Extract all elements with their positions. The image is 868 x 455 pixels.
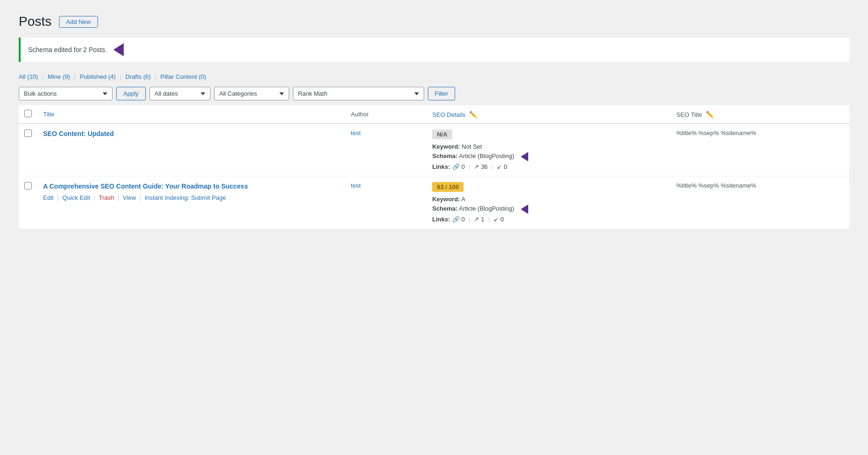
add-new-button[interactable]: Add New (59, 16, 98, 28)
row1-internal-link-icon: 🔗 (452, 163, 460, 170)
row2-schema-row: Schema: Article (BlogPosting) (432, 205, 665, 214)
row1-schema-row: Schema: Article (BlogPosting) (432, 152, 665, 161)
row2-backlink-icon: ↙ (494, 216, 499, 223)
row2-trash-link[interactable]: Trash (99, 194, 114, 201)
notice-text: Schema edited for 2 Posts. (28, 46, 107, 53)
row2-seo-title-cell: %title% %sep% %sitename% (671, 176, 849, 229)
row2-author-cell: test (345, 176, 427, 229)
filter-link-published[interactable]: Published (4) (80, 73, 116, 80)
posts-table: Title Author SEO Details ✏️ SEO Title ✏️… (19, 105, 849, 229)
row1-checkbox[interactable] (24, 129, 32, 137)
row1-author-link[interactable]: test (351, 129, 361, 136)
filter-link-mine[interactable]: Mine (9) (48, 73, 70, 80)
row2-seo-badge: 63 / 100 (432, 182, 464, 192)
row1-external-link-icon: ↗ (474, 163, 479, 170)
seo-title-edit-icon[interactable]: ✏️ (706, 111, 714, 118)
seo-details-edit-icon[interactable]: ✏️ (469, 111, 477, 118)
seo-details-col-header: SEO Details ✏️ (427, 105, 671, 124)
row1-seo-title-cell: %title% %sep% %sitename% (671, 124, 849, 176)
toolbar: Bulk actions Edit Move to Trash Apply Al… (19, 87, 849, 100)
row2-seo-title-value: %title% %sep% %sitename% (676, 182, 756, 189)
table-header: Title Author SEO Details ✏️ SEO Title ✏️ (19, 105, 849, 124)
row2-internal-link-icon: 🔗 (452, 216, 460, 223)
table-row: A Comprehensive SEO Content Guide: Your … (19, 176, 849, 229)
filter-link-pillar[interactable]: Pillar Content (0) (160, 73, 206, 80)
row1-seo-badge: N/A (432, 129, 452, 139)
row2-checkbox[interactable] (24, 182, 32, 190)
row2-schema-arrow-icon (521, 205, 528, 214)
author-col-header: Author (345, 105, 427, 124)
rankmath-select[interactable]: Rank Math (293, 87, 424, 100)
row2-title-cell: A Comprehensive SEO Content Guide: Your … (37, 176, 345, 229)
row2-seo-details-cell: 63 / 100 Keyword: A Schema: Article (Blo… (427, 176, 671, 229)
table-body: SEO Content: Updated test N/A Keyword: N… (19, 124, 849, 229)
table-row: SEO Content: Updated test N/A Keyword: N… (19, 124, 849, 176)
seo-title-col-header: SEO Title ✏️ (671, 105, 849, 124)
row1-keyword-line: Keyword: Not Set (432, 143, 665, 150)
row1-schema-arrow-icon (521, 152, 528, 161)
row1-seo-details-cell: N/A Keyword: Not Set Schema: Article (Bl… (427, 124, 671, 176)
select-all-col (19, 105, 37, 124)
row2-author-link[interactable]: test (351, 182, 361, 189)
row1-check-cell (19, 124, 37, 176)
row2-links-row: Links: 🔗 0 | ↗ 1 | ↙ 0 (432, 216, 665, 223)
all-categories-select[interactable]: All Categories (214, 87, 289, 100)
arrow-icon (113, 43, 124, 56)
notice-bar: Schema edited for 2 Posts. (19, 38, 849, 62)
page-header: Posts Add New (19, 14, 849, 29)
row1-backlink-icon: ↙ (497, 163, 502, 170)
row2-edit-link[interactable]: Edit (43, 194, 53, 201)
row1-title-link[interactable]: SEO Content: Updated (43, 130, 114, 137)
row1-links-row: Links: 🔗 0 | ↗ 36 | ↙ 0 (432, 163, 665, 170)
filter-links: All (10) | Mine (9) | Published (4) | Dr… (19, 73, 849, 80)
row2-quick-edit-link[interactable]: Quick Edit (62, 194, 90, 201)
row2-row-actions: Edit | Quick Edit | Trash | View | Insta… (43, 194, 340, 201)
page-title: Posts (19, 14, 52, 29)
row1-seo-title-value: %title% %sep% %sitename% (676, 129, 756, 136)
all-dates-select[interactable]: All dates (150, 87, 210, 100)
row2-keyword-line: Keyword: A (432, 196, 665, 203)
row1-title-cell: SEO Content: Updated (37, 124, 345, 176)
filter-link-all[interactable]: All (10) (19, 73, 38, 80)
apply-button[interactable]: Apply (116, 87, 146, 100)
row2-external-link-icon: ↗ (474, 216, 479, 223)
row2-check-cell (19, 176, 37, 229)
bulk-actions-select[interactable]: Bulk actions Edit Move to Trash (19, 87, 112, 100)
row1-author-cell: test (345, 124, 427, 176)
title-col-header[interactable]: Title (37, 105, 345, 124)
row2-instant-indexing-link[interactable]: Instant Indexing: Submit Page (145, 194, 226, 201)
row2-title-link[interactable]: A Comprehensive SEO Content Guide: Your … (43, 182, 248, 190)
filter-button[interactable]: Filter (428, 87, 456, 100)
row2-view-link[interactable]: View (123, 194, 136, 201)
filter-link-drafts[interactable]: Drafts (6) (125, 73, 150, 80)
select-all-checkbox[interactable] (24, 110, 32, 117)
